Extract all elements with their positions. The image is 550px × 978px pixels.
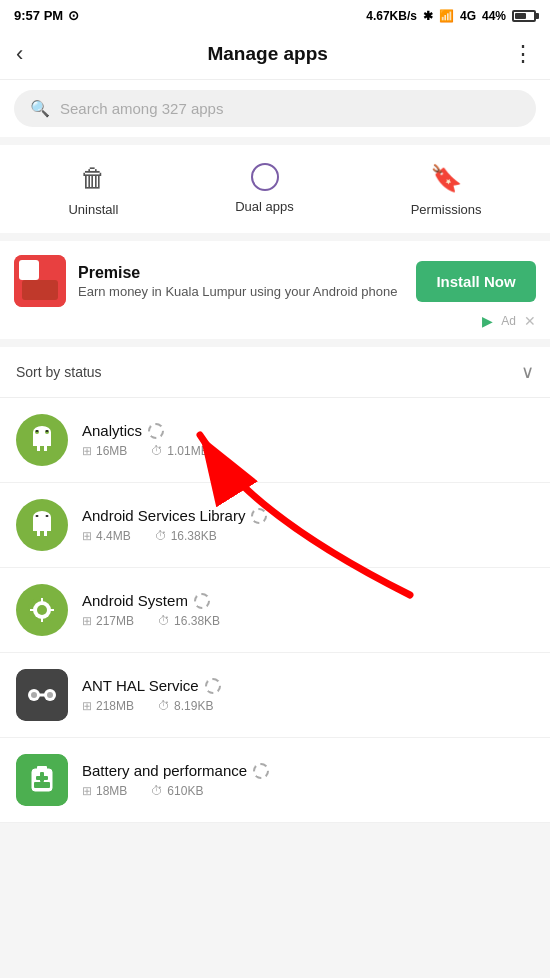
svg-point-10 — [46, 430, 49, 432]
page-title: Manage apps — [207, 43, 327, 65]
svg-rect-4 — [33, 432, 51, 446]
search-bar[interactable]: 🔍 Search among 327 apps — [14, 90, 536, 127]
permissions-action[interactable]: 🔖 Permissions — [411, 163, 482, 217]
ad-label: Ad — [501, 314, 516, 328]
more-options-button[interactable]: ⋮ — [512, 41, 534, 67]
svg-rect-13 — [37, 529, 40, 536]
app-storage: 217MB — [96, 614, 134, 628]
status-bar: 9:57 PM ⊙ 4.67KB/s ✱ 📶 4G 44% — [0, 0, 550, 29]
uninstall-label: Uninstall — [68, 202, 118, 217]
list-item[interactable]: Battery and performance ⊞ 18MB ⏱ 610KB — [0, 738, 550, 823]
svg-point-28 — [31, 692, 37, 698]
app-cache: 8.19KB — [174, 699, 213, 713]
svg-rect-22 — [30, 609, 35, 611]
dual-apps-icon — [251, 163, 279, 191]
network-type: 4G — [460, 9, 476, 23]
battery-percent: 44% — [482, 9, 506, 23]
play-store-icon: ▶ — [482, 313, 493, 329]
app-cache: 1.01MB — [167, 444, 208, 458]
ad-description: Earn money in Kuala Lumpur using your An… — [78, 284, 404, 299]
permissions-label: Permissions — [411, 202, 482, 217]
app-info-android-system: Android System ⊞ 217MB ⏱ 16.38KB — [82, 592, 534, 628]
cache-icon: ⏱ — [158, 699, 170, 713]
app-storage: 4.4MB — [96, 529, 131, 543]
storage-icon: ⊞ — [82, 614, 92, 628]
svg-rect-33 — [34, 782, 50, 788]
app-storage: 218MB — [96, 699, 134, 713]
sort-row[interactable]: Sort by status ∨ — [0, 347, 550, 398]
bluetooth-icon: ✱ — [423, 9, 433, 23]
svg-rect-35 — [36, 776, 48, 780]
app-icon-battery — [16, 754, 68, 806]
app-name-text: Android Services Library — [82, 507, 245, 524]
svg-rect-14 — [44, 529, 47, 536]
storage-icon: ⊞ — [82, 444, 92, 458]
status-vclock-icon: ⊙ — [68, 8, 79, 23]
uninstall-action[interactable]: 🗑 Uninstall — [68, 163, 118, 217]
storage-icon: ⊞ — [82, 784, 92, 798]
ad-banner: Premise Earn money in Kuala Lumpur using… — [0, 241, 550, 339]
svg-point-16 — [46, 515, 49, 517]
app-name-text: Battery and performance — [82, 762, 247, 779]
top-nav: ‹ Manage apps ⋮ — [0, 29, 550, 80]
svg-rect-2 — [22, 280, 58, 300]
app-icon-analytics — [16, 414, 68, 466]
app-name-text: Android System — [82, 592, 188, 609]
permissions-icon: 🔖 — [430, 163, 462, 194]
svg-rect-20 — [41, 598, 43, 603]
app-info-android-services: Android Services Library ⊞ 4.4MB ⏱ 16.38… — [82, 507, 534, 543]
app-storage: 16MB — [96, 444, 127, 458]
svg-rect-32 — [37, 766, 47, 770]
app-info-analytics: Analytics ⊞ 16MB ⏱ 1.01MB — [82, 422, 534, 458]
app-info-battery: Battery and performance ⊞ 18MB ⏱ 610KB — [82, 762, 534, 798]
ad-app-icon — [14, 255, 66, 307]
app-cache: 610KB — [167, 784, 203, 798]
app-cache: 16.38KB — [174, 614, 220, 628]
app-list: Analytics ⊞ 16MB ⏱ 1.01MB — [0, 398, 550, 823]
search-input[interactable]: Search among 327 apps — [60, 100, 223, 117]
cache-icon: ⏱ — [155, 529, 167, 543]
storage-icon: ⊞ — [82, 529, 92, 543]
app-loading-icon — [148, 423, 164, 439]
battery-icon — [512, 10, 536, 22]
list-item[interactable]: ANT HAL Service ⊞ 218MB ⏱ 8.19KB — [0, 653, 550, 738]
list-item[interactable]: Android Services Library ⊞ 4.4MB ⏱ 16.38… — [0, 483, 550, 568]
cache-icon: ⏱ — [158, 614, 170, 628]
sort-label: Sort by status — [16, 364, 102, 380]
search-icon: 🔍 — [30, 99, 50, 118]
svg-rect-6 — [44, 444, 47, 451]
svg-rect-5 — [37, 444, 40, 451]
cache-icon: ⏱ — [151, 444, 163, 458]
signal-icon: 📶 — [439, 9, 454, 23]
dual-apps-action[interactable]: Dual apps — [235, 163, 294, 217]
app-loading-icon — [194, 593, 210, 609]
back-button[interactable]: ‹ — [16, 41, 23, 67]
app-icon-android-system — [16, 584, 68, 636]
uninstall-icon: 🗑 — [80, 163, 106, 194]
app-info-ant-hal: ANT HAL Service ⊞ 218MB ⏱ 8.19KB — [82, 677, 534, 713]
list-item[interactable]: Analytics ⊞ 16MB ⏱ 1.01MB — [0, 398, 550, 483]
app-name-text: Analytics — [82, 422, 142, 439]
app-icon-ant-hal — [16, 669, 68, 721]
storage-icon: ⊞ — [82, 699, 92, 713]
dual-apps-label: Dual apps — [235, 199, 294, 214]
svg-rect-1 — [19, 260, 39, 280]
sort-chevron-icon[interactable]: ∨ — [521, 361, 534, 383]
app-loading-icon — [253, 763, 269, 779]
app-icon-android-services — [16, 499, 68, 551]
svg-rect-23 — [49, 609, 54, 611]
svg-point-19 — [37, 605, 47, 615]
status-time: 9:57 PM — [14, 8, 63, 23]
list-item[interactable]: Android System ⊞ 217MB ⏱ 16.38KB — [0, 568, 550, 653]
svg-point-9 — [36, 430, 39, 432]
app-storage: 18MB — [96, 784, 127, 798]
app-loading-icon — [205, 678, 221, 694]
app-cache: 16.38KB — [171, 529, 217, 543]
cache-icon: ⏱ — [151, 784, 163, 798]
app-name-text: ANT HAL Service — [82, 677, 199, 694]
install-now-button[interactable]: Install Now — [416, 261, 536, 302]
svg-rect-21 — [41, 617, 43, 622]
status-speed: 4.67KB/s — [366, 9, 417, 23]
svg-rect-12 — [33, 517, 51, 531]
ad-close-icon[interactable]: ✕ — [524, 313, 536, 329]
